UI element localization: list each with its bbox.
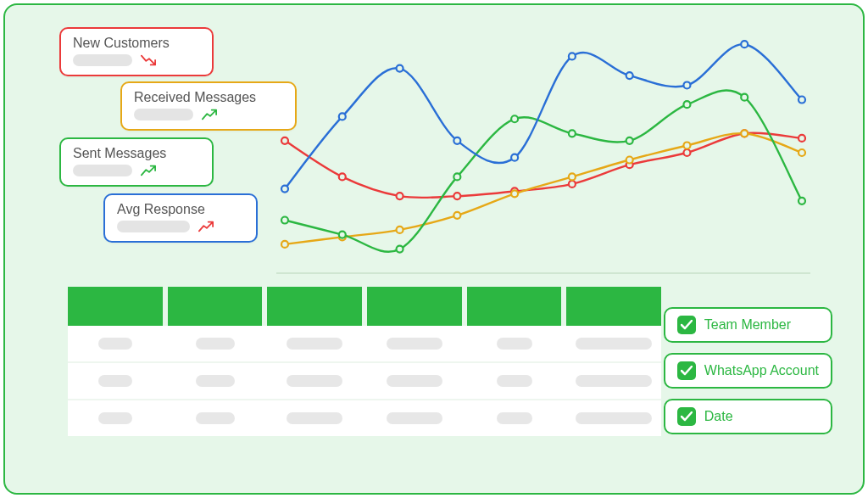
- metric-value-skeleton: [117, 221, 190, 232]
- table-header: [68, 287, 661, 326]
- table-cell: [168, 375, 263, 387]
- checkbox-checked-icon: [677, 361, 696, 380]
- checkbox-checked-icon: [677, 316, 696, 334]
- filter-list: Team Member WhatsApp Account Date: [664, 307, 832, 434]
- table-cell: [467, 375, 562, 387]
- svg-point-32: [339, 113, 346, 120]
- svg-point-13: [397, 227, 403, 233]
- table-row: [68, 400, 661, 436]
- table-cell: [267, 338, 362, 350]
- svg-point-31: [281, 186, 288, 193]
- skeleton: [387, 412, 442, 424]
- svg-point-34: [453, 137, 460, 144]
- metric-value-skeleton: [73, 54, 132, 66]
- svg-point-6: [569, 181, 576, 187]
- filter-whatsapp-account[interactable]: WhatsApp Account: [664, 353, 832, 389]
- filter-label: WhatsApp Account: [704, 363, 819, 378]
- table-row: [68, 363, 661, 400]
- svg-point-8: [683, 149, 690, 156]
- filter-date[interactable]: Date: [664, 399, 832, 434]
- skeleton: [196, 412, 235, 424]
- svg-point-24: [453, 173, 460, 180]
- table-row: [68, 326, 661, 363]
- svg-point-33: [397, 65, 403, 72]
- table-cell: [267, 375, 362, 387]
- trend-up-icon: [198, 221, 214, 232]
- skeleton: [196, 375, 235, 387]
- table-cell: [467, 412, 562, 424]
- table-header-cell: [467, 287, 562, 326]
- skeleton: [287, 375, 342, 387]
- metric-card-avg-response[interactable]: Avg Response: [103, 193, 258, 243]
- svg-point-1: [281, 137, 288, 144]
- table-cell: [367, 338, 462, 350]
- skeleton: [287, 412, 342, 424]
- svg-point-20: [798, 149, 805, 156]
- svg-point-25: [511, 115, 518, 122]
- table-cell: [68, 412, 163, 424]
- table-body: [68, 326, 661, 436]
- table-cell: [566, 375, 661, 387]
- table-cell: [168, 412, 263, 424]
- table-cell: [566, 412, 661, 424]
- table-cell: [367, 375, 462, 387]
- svg-point-38: [683, 81, 690, 88]
- checkbox-checked-icon: [677, 407, 696, 426]
- skeleton: [497, 375, 532, 387]
- skeleton: [497, 412, 532, 424]
- table-cell: [367, 412, 462, 424]
- metric-label: Sent Messages: [73, 146, 200, 161]
- svg-point-10: [798, 135, 805, 142]
- svg-point-26: [569, 130, 576, 137]
- trend-down-icon: [141, 54, 156, 66]
- svg-point-17: [626, 157, 633, 164]
- svg-point-2: [339, 173, 346, 180]
- metric-card-sent-messages[interactable]: Sent Messages: [59, 137, 214, 187]
- svg-point-14: [453, 212, 460, 219]
- table-cell: [68, 375, 163, 387]
- table-cell: [267, 412, 362, 424]
- metric-card-new-customers[interactable]: New Customers: [59, 27, 214, 76]
- skeleton: [576, 412, 652, 424]
- svg-point-39: [741, 41, 748, 48]
- svg-point-15: [511, 190, 518, 197]
- trend-up-icon: [141, 165, 156, 176]
- trend-up-icon: [202, 109, 217, 120]
- filter-label: Team Member: [704, 317, 791, 333]
- svg-point-11: [281, 241, 288, 248]
- svg-point-19: [741, 130, 748, 137]
- svg-point-36: [569, 53, 576, 59]
- filter-label: Date: [704, 409, 733, 424]
- metric-value-skeleton: [134, 109, 193, 120]
- metric-card-received-messages[interactable]: Received Messages: [120, 81, 297, 131]
- table-header-cell: [566, 287, 661, 326]
- svg-point-35: [511, 154, 518, 161]
- svg-point-21: [281, 217, 288, 224]
- svg-point-23: [397, 246, 403, 253]
- skeleton: [287, 338, 342, 350]
- table-header-cell: [367, 287, 462, 326]
- metric-value-skeleton: [73, 165, 132, 176]
- skeleton: [497, 338, 532, 350]
- svg-point-16: [569, 173, 576, 180]
- svg-point-29: [741, 94, 748, 101]
- skeleton: [196, 338, 235, 350]
- skeleton: [98, 412, 132, 424]
- skeleton: [387, 338, 442, 350]
- svg-point-22: [339, 232, 346, 238]
- skeleton: [98, 338, 132, 350]
- svg-point-27: [626, 137, 633, 144]
- svg-point-28: [683, 101, 690, 108]
- svg-point-3: [397, 193, 403, 199]
- svg-point-4: [453, 193, 460, 199]
- svg-point-30: [798, 198, 805, 204]
- skeleton: [576, 375, 652, 387]
- data-table: [68, 287, 661, 436]
- metrics-line-chart: [276, 27, 810, 282]
- metric-label: Avg Response: [117, 202, 244, 217]
- table-header-cell: [267, 287, 362, 326]
- table-cell: [566, 338, 661, 350]
- filter-team-member[interactable]: Team Member: [664, 307, 832, 343]
- table-header-cell: [168, 287, 263, 326]
- svg-point-40: [798, 97, 805, 104]
